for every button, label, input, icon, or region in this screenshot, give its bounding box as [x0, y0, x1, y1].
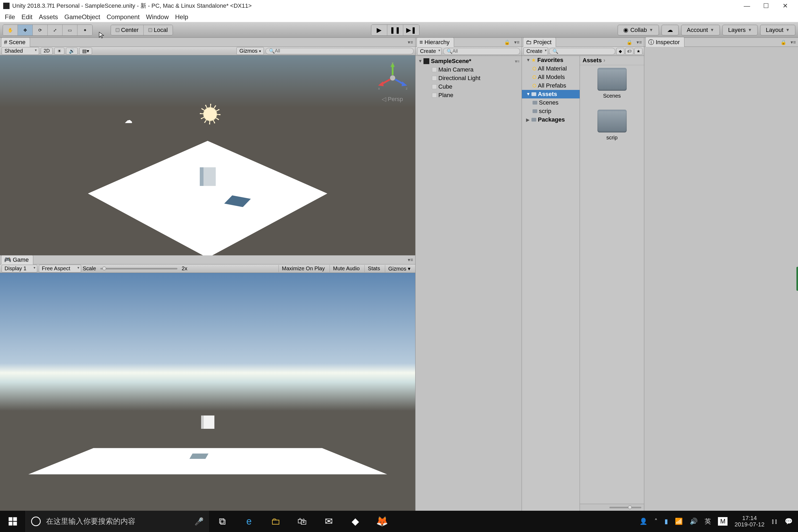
game-gizmos-dropdown[interactable]: Gizmos ▾ — [385, 265, 414, 272]
scene-plane[interactable] — [88, 141, 327, 255]
tray-ime-mode[interactable]: M — [718, 517, 727, 526]
project-tab[interactable]: 🗀Project — [523, 38, 556, 47]
slider-thumb[interactable] — [628, 506, 632, 509]
project-fav-prefabs[interactable]: All Prefabs — [522, 81, 580, 90]
menu-edit[interactable]: Edit — [18, 12, 36, 22]
tray-chevron-icon[interactable]: ˄ — [654, 518, 658, 525]
tray-notifications-icon[interactable]: 💬 — [785, 518, 793, 525]
filter-by-type-button[interactable]: ◆ — [616, 48, 624, 55]
camera-gizmo-icon[interactable]: ☁ — [125, 115, 132, 125]
scene-search[interactable]: 🔍All — [265, 48, 414, 54]
project-thumbnail-slider[interactable] — [580, 504, 644, 511]
taskbar-search[interactable]: 在这里输入你要搜索的内容 🎤 — [25, 511, 209, 532]
taskbar-store-icon[interactable]: 🛍 — [289, 511, 316, 532]
directional-light-gizmo-icon[interactable] — [204, 108, 217, 121]
pause-button[interactable]: ❚❚ — [387, 25, 403, 35]
display-dropdown[interactable]: Display 1 — [2, 265, 37, 272]
project-lock[interactable]: 🔒 — [624, 39, 634, 45]
maximize-button[interactable]: ☐ — [757, 0, 776, 12]
step-button[interactable]: ▶❚ — [403, 25, 419, 35]
inspector-options[interactable]: ▾≡ — [788, 39, 798, 45]
project-fav-materials[interactable]: All Material — [522, 64, 580, 73]
tray-clock[interactable]: 17:14 2019-07-12 — [735, 515, 764, 528]
tray-app-icon[interactable]: ▮ — [664, 518, 668, 525]
game-tab-options[interactable]: ▾≡ — [406, 257, 415, 263]
project-options[interactable]: ▾≡ — [634, 39, 644, 45]
draw-mode-dropdown[interactable]: Shaded — [2, 47, 39, 55]
layout-button[interactable]: Layout ▼ — [760, 25, 795, 35]
fx-toggle[interactable]: ▤▾ — [79, 48, 92, 55]
game-viewport[interactable] — [0, 273, 415, 511]
menu-file[interactable]: File — [2, 12, 18, 22]
rect-tool[interactable]: ▭ — [62, 25, 77, 35]
stats-toggle[interactable]: Stats — [364, 265, 383, 272]
taskbar-explorer-icon[interactable]: 🗀 — [262, 511, 289, 532]
project-create-dropdown[interactable]: Create — [524, 48, 548, 55]
side-tab-handle[interactable] — [796, 267, 798, 291]
maximize-on-play-toggle[interactable]: Maximize On Play — [279, 265, 328, 272]
account-button[interactable]: Account ▼ — [681, 25, 720, 35]
hierarchy-tab[interactable]: ≡Hierarchy — [417, 38, 454, 47]
hierarchy-search[interactable]: 🔍All — [443, 48, 520, 55]
menu-gameobject[interactable]: GameObject — [61, 12, 103, 22]
slider-thumb[interactable] — [102, 267, 106, 270]
hierarchy-scene-root[interactable]: ▼ SampleScene* ▾≡ — [416, 57, 521, 65]
cloud-button[interactable]: ☁ — [662, 25, 679, 35]
audio-toggle[interactable]: 🔊 — [66, 48, 78, 55]
taskbar-unityhub-icon[interactable]: ◆ — [342, 511, 369, 532]
asset-folder-scenes[interactable]: Scenes — [597, 68, 627, 99]
hierarchy-item-main-camera[interactable]: Main Camera — [416, 65, 521, 74]
lighting-toggle[interactable]: ☀ — [54, 48, 64, 55]
filter-by-label-button[interactable]: 🏷 — [625, 48, 633, 55]
close-button[interactable]: ✕ — [776, 0, 795, 12]
save-search-button[interactable]: ★ — [634, 48, 642, 55]
scale-tool[interactable]: ⤢ — [48, 25, 62, 35]
hierarchy-item-plane[interactable]: Plane — [416, 91, 521, 99]
scale-slider[interactable] — [100, 268, 177, 269]
scene-tab[interactable]: #Scene — [1, 38, 30, 47]
project-packages[interactable]: ▶Packages — [522, 115, 580, 124]
project-favorites[interactable]: ▼★Favorites — [522, 56, 580, 64]
play-button[interactable]: ▶ — [371, 25, 387, 35]
menu-window[interactable]: Window — [143, 12, 172, 22]
menu-component[interactable]: Component — [103, 12, 143, 22]
minimize-button[interactable]: — — [737, 0, 757, 12]
scene-cube[interactable] — [200, 167, 216, 186]
hierarchy-options[interactable]: ▾≡ — [512, 39, 521, 45]
project-fav-models[interactable]: All Models — [522, 73, 580, 81]
tray-wifi-icon[interactable]: 📶 — [675, 518, 683, 525]
projection-label[interactable]: ◁Persp — [382, 96, 403, 103]
hierarchy-lock[interactable]: 🔒 — [502, 39, 512, 45]
inspector-tab[interactable]: ⓘInspector — [645, 37, 684, 48]
pivot-local-button[interactable]: Local — [144, 25, 173, 35]
project-grid[interactable]: Scenes scrip — [580, 65, 644, 504]
layers-button[interactable]: Layers ▼ — [722, 25, 758, 35]
aspect-dropdown[interactable]: Free Aspect — [39, 265, 81, 272]
taskbar-mail-icon[interactable]: ✉ — [316, 511, 342, 532]
tray-people-icon[interactable]: 👤 — [640, 518, 647, 525]
orientation-gizmo[interactable]: y x z — [375, 61, 410, 95]
hand-tool[interactable]: ✋ — [3, 25, 18, 35]
hierarchy-item-directional-light[interactable]: Directional Light — [416, 74, 521, 82]
gizmos-dropdown[interactable]: Gizmos▾ — [236, 47, 264, 55]
move-tool[interactable]: ✥ — [18, 25, 33, 35]
project-folder-scrip[interactable]: scrip — [522, 107, 580, 115]
pivot-center-button[interactable]: Center — [111, 25, 144, 35]
project-breadcrumb[interactable]: Assets› — [580, 56, 644, 65]
tray-volume-icon[interactable]: 🔊 — [690, 518, 698, 525]
taskbar-firefox-icon[interactable]: 🦊 — [369, 511, 395, 532]
collab-button[interactable]: ◉ Collab ▼ — [618, 25, 659, 35]
hierarchy-create-dropdown[interactable]: Create — [417, 48, 441, 55]
scene-tab-options[interactable]: ▾≡ — [406, 39, 415, 45]
game-tab[interactable]: 🎮Game — [1, 255, 33, 264]
task-view-button[interactable]: ⧉ — [209, 511, 236, 532]
tray-chart-icon[interactable]: ⫿⫿ — [772, 518, 778, 525]
transform-tool[interactable]: ✦ — [77, 25, 92, 35]
hierarchy-item-cube[interactable]: Cube — [416, 82, 521, 91]
start-button[interactable] — [0, 511, 25, 532]
2d-toggle[interactable]: 2D — [41, 48, 53, 55]
project-assets-root[interactable]: ▼Assets — [522, 90, 580, 98]
foldout-icon[interactable]: ▼ — [418, 59, 422, 63]
menu-assets[interactable]: Assets — [36, 12, 61, 22]
taskbar-edge-icon[interactable]: e — [236, 511, 262, 532]
